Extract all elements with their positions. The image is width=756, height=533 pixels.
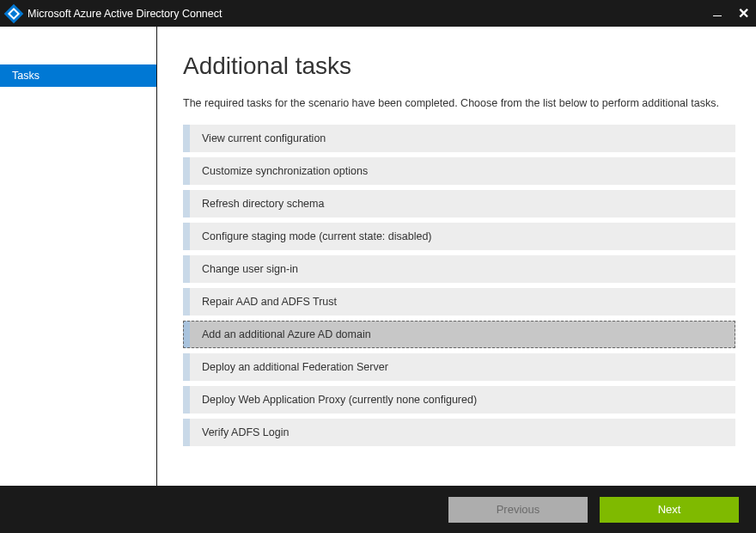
task-label: Change user sign-in (202, 263, 298, 275)
task-label: Verify ADFS Login (202, 426, 289, 438)
task-label: View current configuration (202, 132, 326, 144)
page-description: The required tasks for the scenario have… (183, 95, 735, 111)
close-button[interactable]: ✕ (730, 0, 756, 27)
app-icon (4, 3, 24, 23)
task-label: Configure staging mode (current state: d… (202, 230, 432, 242)
task-label: Deploy an additional Federation Server (202, 361, 388, 373)
task-label: Add an additional Azure AD domain (202, 328, 371, 340)
task-accent (183, 255, 190, 283)
sidebar: Tasks (0, 27, 157, 486)
body-area: Tasks Additional tasks The required task… (0, 27, 756, 486)
task-accent (183, 223, 190, 250)
task-view-config[interactable]: View current configuration (183, 125, 735, 152)
sidebar-item-label: Tasks (12, 70, 40, 82)
task-accent (183, 190, 190, 217)
titlebar-controls: ✕ (704, 0, 756, 27)
task-label: Repair AAD and ADFS Trust (202, 296, 337, 308)
task-accent (183, 419, 190, 446)
task-accent (183, 353, 190, 381)
task-accent (183, 125, 190, 152)
task-accent (183, 321, 190, 348)
task-repair-trust[interactable]: Repair AAD and ADFS Trust (183, 288, 735, 316)
task-label: Refresh directory schema (202, 198, 324, 210)
task-refresh-schema[interactable]: Refresh directory schema (183, 190, 735, 217)
task-label: Deploy Web Application Proxy (currently … (202, 394, 477, 406)
main-content: Additional tasks The required tasks for … (157, 27, 756, 486)
titlebar: Microsoft Azure Active Directory Connect… (0, 0, 756, 27)
task-list: View current configuration Customize syn… (183, 125, 735, 446)
titlebar-title: Microsoft Azure Active Directory Connect (27, 8, 222, 20)
task-add-domain[interactable]: Add an additional Azure AD domain (183, 321, 735, 348)
minimize-button[interactable] (704, 0, 730, 27)
task-deploy-wap[interactable]: Deploy Web Application Proxy (currently … (183, 386, 735, 414)
sidebar-item-tasks[interactable]: Tasks (0, 64, 156, 87)
next-button[interactable]: Next (600, 497, 739, 523)
page-title: Additional tasks (183, 52, 735, 80)
task-verify-adfs[interactable]: Verify ADFS Login (183, 419, 735, 446)
task-staging-mode[interactable]: Configure staging mode (current state: d… (183, 223, 735, 250)
footer: Previous Next (0, 486, 756, 533)
previous-button: Previous (448, 497, 588, 523)
task-accent (183, 288, 190, 316)
task-change-signin[interactable]: Change user sign-in (183, 255, 735, 283)
task-accent (183, 386, 190, 414)
task-label: Customize synchronization options (202, 165, 368, 177)
task-customize-sync[interactable]: Customize synchronization options (183, 157, 735, 185)
task-deploy-federation[interactable]: Deploy an additional Federation Server (183, 353, 735, 381)
task-accent (183, 157, 190, 185)
